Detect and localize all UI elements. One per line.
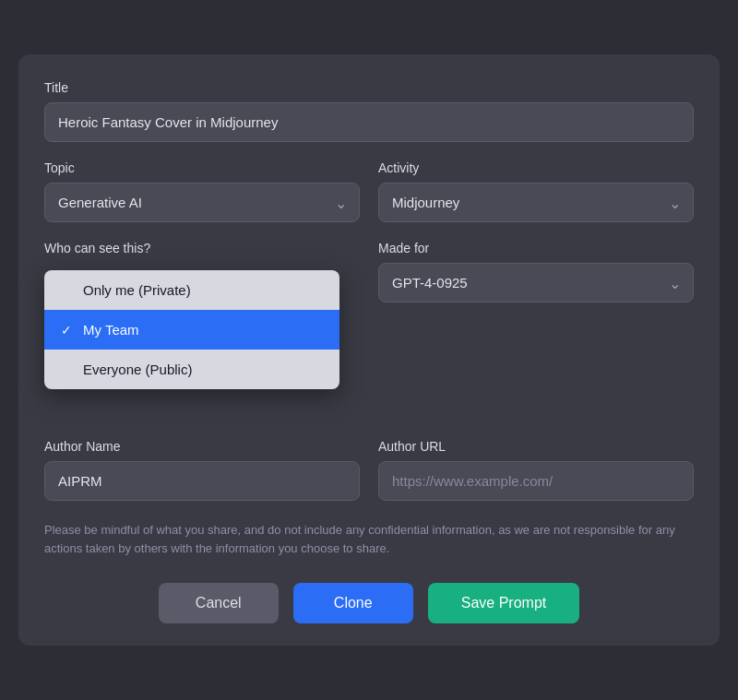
visibility-made-for-row: Who can see this? Only me (Private) ✓ My… — [44, 241, 694, 303]
cancel-button[interactable]: Cancel — [159, 583, 279, 623]
clone-button[interactable]: Clone — [293, 583, 413, 623]
button-row: Cancel Clone Save Prompt — [44, 583, 694, 623]
team-check-icon: ✓ — [61, 323, 76, 338]
made-for-select-wrapper: GPT-4-0925 Other ⌄ — [378, 263, 694, 303]
made-for-label: Made for — [378, 241, 694, 255]
author-name-col: Author Name — [44, 439, 360, 501]
private-label: Only me (Private) — [83, 282, 191, 298]
author-row: Author Name Author URL — [44, 439, 694, 501]
public-label: Everyone (Public) — [83, 362, 192, 377]
save-prompt-button[interactable]: Save Prompt — [428, 583, 579, 623]
title-input[interactable] — [44, 102, 694, 142]
made-for-select[interactable]: GPT-4-0925 Other — [378, 263, 694, 303]
topic-label: Topic — [44, 160, 360, 175]
notice-text: Please be mindful of what you share, and… — [44, 521, 694, 557]
activity-col: Activity Midjourney Other ⌄ — [378, 160, 694, 222]
team-label: My Team — [83, 322, 139, 338]
topic-col: Topic Generative AI Other ⌄ — [44, 160, 360, 222]
author-name-label: Author Name — [44, 439, 360, 454]
save-prompt-modal: Title Topic Generative AI Other ⌄ Activi… — [18, 54, 720, 646]
visibility-col: Who can see this? Only me (Private) ✓ My… — [44, 241, 360, 303]
topic-select[interactable]: Generative AI Other — [44, 183, 360, 222]
activity-select[interactable]: Midjourney Other — [378, 183, 694, 222]
author-name-input[interactable] — [44, 461, 360, 501]
topic-select-wrapper: Generative AI Other ⌄ — [44, 183, 360, 222]
visibility-option-team[interactable]: ✓ My Team — [44, 310, 339, 350]
made-for-col: Made for GPT-4-0925 Other ⌄ — [378, 241, 694, 303]
private-check-icon — [61, 283, 76, 298]
title-label: Title — [44, 80, 694, 95]
visibility-dropdown: Only me (Private) ✓ My Team Everyone (Pu… — [44, 270, 339, 389]
topic-activity-row: Topic Generative AI Other ⌄ Activity Mid… — [44, 160, 694, 222]
activity-select-wrapper: Midjourney Other ⌄ — [378, 183, 694, 222]
author-url-label: Author URL — [378, 439, 694, 454]
visibility-option-public[interactable]: Everyone (Public) — [44, 350, 339, 389]
public-check-icon — [61, 362, 76, 377]
visibility-option-private[interactable]: Only me (Private) — [44, 270, 339, 310]
visibility-label: Who can see this? — [44, 241, 360, 255]
author-url-col: Author URL — [378, 439, 694, 501]
author-url-input[interactable] — [378, 461, 694, 501]
activity-label: Activity — [378, 160, 694, 175]
